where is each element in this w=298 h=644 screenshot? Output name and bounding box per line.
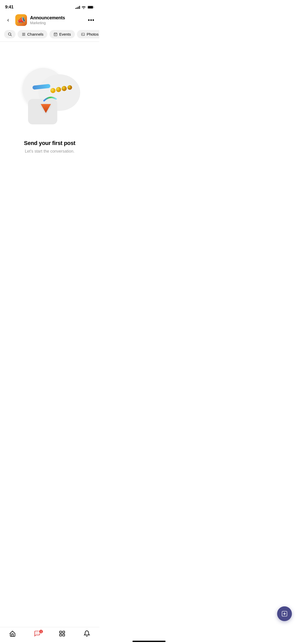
svg-rect-7 <box>55 34 55 35</box>
photos-tab-label: Photos <box>87 32 99 36</box>
back-chevron-icon: ‹ <box>7 17 9 23</box>
svg-point-19 <box>67 85 72 90</box>
header-divider <box>0 41 99 42</box>
svg-rect-4 <box>22 34 25 35</box>
wifi-icon <box>82 6 86 9</box>
search-icon <box>8 32 12 36</box>
status-time: 9:41 <box>5 5 13 10</box>
channels-icon <box>22 32 26 36</box>
svg-rect-9 <box>82 33 85 35</box>
empty-state-illustration <box>14 60 85 131</box>
events-tab-label: Events <box>59 32 71 36</box>
status-bar: 9:41 <box>0 0 99 12</box>
svg-rect-3 <box>22 33 25 33</box>
megaphone-icon: 📣 <box>17 16 25 24</box>
svg-rect-8 <box>56 34 56 35</box>
header: ‹ 📣 Announcements Marketing ••• <box>0 12 99 28</box>
signal-bars-icon <box>75 6 80 9</box>
search-tab[interactable] <box>4 30 16 38</box>
photos-icon <box>81 32 85 36</box>
header-text: Announcements Marketing <box>30 15 84 25</box>
svg-rect-5 <box>22 35 25 36</box>
channel-subtitle: Marketing <box>30 21 84 25</box>
battery-icon <box>87 6 94 9</box>
svg-point-18 <box>62 86 67 91</box>
channel-title: Announcements <box>30 15 84 21</box>
svg-rect-6 <box>54 33 57 36</box>
svg-rect-1 <box>88 6 93 8</box>
illustration-svg <box>14 60 85 131</box>
channels-tab[interactable]: Channels <box>18 30 47 38</box>
status-icons <box>75 6 94 9</box>
main-content: Send your first post Let's start the con… <box>0 49 99 164</box>
channels-tab-label: Channels <box>27 32 43 36</box>
events-icon <box>53 32 58 36</box>
svg-point-10 <box>82 34 83 34</box>
channel-avatar: 📣 <box>15 14 27 26</box>
photos-tab[interactable]: Photos <box>77 30 99 38</box>
empty-state-title: Send your first post <box>24 140 75 147</box>
svg-point-17 <box>56 87 61 92</box>
svg-rect-14 <box>28 99 57 124</box>
back-button[interactable]: ‹ <box>4 16 12 24</box>
events-tab[interactable]: Events <box>49 30 75 38</box>
empty-state-subtitle: Let's start the conversation. <box>25 149 74 154</box>
filter-tabs: Channels Events Photos <box>0 28 99 41</box>
svg-point-16 <box>50 88 56 93</box>
more-button[interactable]: ••• <box>87 16 95 24</box>
more-icon: ••• <box>88 17 94 23</box>
